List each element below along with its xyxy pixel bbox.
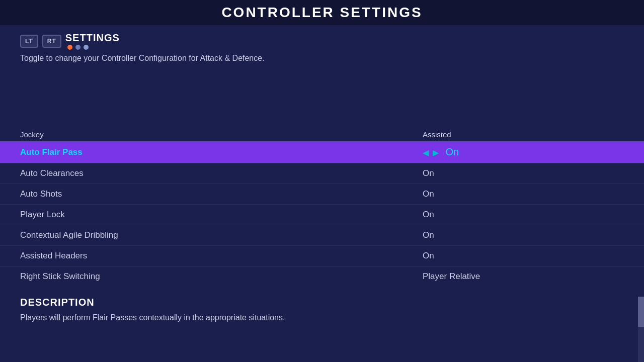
setting-name-contextual-agile-dribbling: Contextual Agile Dribbling: [20, 230, 423, 240]
arrow-controls: ◀ ▶: [423, 148, 439, 157]
setting-name-assisted-headers: Assisted Headers: [20, 251, 423, 261]
setting-value-right-stick-switching: Player Relative: [423, 272, 624, 282]
page-title: CONTROLLER SETTINGS: [221, 5, 422, 21]
arrow-left-icon[interactable]: ◀: [423, 148, 429, 157]
column-name-header: Jockey: [20, 130, 423, 139]
setting-value-player-lock: On: [423, 210, 624, 220]
setting-row-player-lock[interactable]: Player Lock On: [0, 204, 644, 225]
setting-name-player-lock: Player Lock: [20, 210, 423, 220]
setting-row-contextual-agile-dribbling[interactable]: Contextual Agile Dribbling On: [0, 225, 644, 245]
page-container: CONTROLLER SETTINGS LT RT SETTINGS Toggl…: [0, 0, 644, 332]
setting-name-auto-shots: Auto Shots: [20, 189, 423, 199]
setting-value-auto-flair-pass: ◀ ▶ On: [423, 146, 624, 158]
setting-name-auto-flair-pass: Auto Flair Pass: [20, 147, 423, 157]
setting-name-right-stick-switching: Right Stick Switching: [20, 272, 423, 282]
setting-value-auto-clearances: On: [423, 168, 624, 178]
setting-value-assisted-headers: On: [423, 251, 624, 261]
description-heading: DESCRIPTION: [20, 297, 624, 308]
dot-3: [84, 45, 89, 50]
page-header: CONTROLLER SETTINGS: [0, 0, 644, 25]
settings-label: SETTINGS: [65, 32, 120, 44]
setting-row-assisted-headers[interactable]: Assisted Headers On: [0, 245, 644, 266]
scrollbar-thumb[interactable]: [638, 297, 644, 327]
scrollbar-track: [638, 297, 644, 362]
setting-value-auto-shots: On: [423, 189, 624, 199]
dot-2: [75, 45, 80, 50]
settings-list: Auto Flair Pass ◀ ▶ On Auto Clearances O…: [0, 141, 644, 287]
dot-indicators: [67, 45, 120, 50]
dot-1: [67, 45, 72, 50]
setting-name-auto-clearances: Auto Clearances: [20, 168, 423, 178]
setting-value-contextual-agile-dribbling: On: [423, 230, 624, 240]
toggle-description: Toggle to change your Controller Configu…: [0, 50, 644, 63]
setting-row-auto-clearances[interactable]: Auto Clearances On: [0, 163, 644, 184]
setting-row-auto-shots[interactable]: Auto Shots On: [0, 184, 644, 204]
spacer: [0, 63, 644, 128]
description-section: DESCRIPTION Players will perform Flair P…: [0, 287, 644, 332]
setting-row-right-stick-switching[interactable]: Right Stick Switching Player Relative: [0, 266, 644, 287]
settings-label-group: SETTINGS: [65, 32, 120, 50]
subheader: LT RT SETTINGS: [0, 25, 644, 50]
settings-header: Jockey Assisted: [0, 128, 644, 141]
column-value-header: Assisted: [423, 130, 624, 139]
rt-button[interactable]: RT: [42, 35, 61, 48]
setting-row-auto-flair-pass[interactable]: Auto Flair Pass ◀ ▶ On: [0, 141, 644, 163]
lt-button[interactable]: LT: [20, 35, 38, 48]
arrow-right-icon[interactable]: ▶: [433, 148, 439, 157]
description-body: Players will perform Flair Passes contex…: [20, 313, 624, 322]
